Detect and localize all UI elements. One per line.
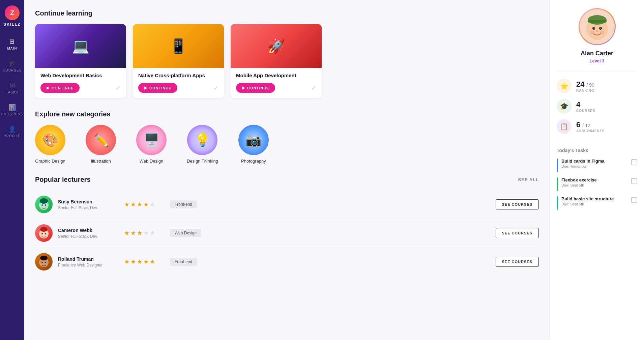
task-due-1: Due: Tomorrow xyxy=(561,164,628,168)
lecturer-name-3: Rolland Truman xyxy=(58,256,119,262)
category-item-web-design[interactable]: 🖥️ Web Design xyxy=(136,125,167,164)
svg-point-14 xyxy=(41,262,43,263)
progress-icon: 📊 xyxy=(8,104,16,111)
popular-lecturers-title: Popular lecturers xyxy=(35,176,91,183)
sidebar-label-courses: COURSES xyxy=(3,68,22,72)
star-2-1: ★ xyxy=(124,229,129,237)
sidebar-item-progress[interactable]: 📊PROGRESS xyxy=(0,100,24,119)
star-3-4: ★ xyxy=(143,258,149,265)
lecturer-title-2: Senior Full-Stack Dev. xyxy=(58,234,119,239)
category-label-photography: Photography xyxy=(241,159,266,164)
category-circle-illustration: ✏️ xyxy=(86,125,116,155)
svg-point-1 xyxy=(40,198,48,204)
app-name: SKILLZ xyxy=(4,22,21,26)
profile-level: Level 3 xyxy=(589,58,604,63)
task-checkbox-2[interactable] xyxy=(631,178,637,184)
course-card-title-3: Mobile App Development xyxy=(236,73,316,78)
stat-label-assignments: ASSIGNMENTS xyxy=(576,129,605,133)
see-courses-btn-3[interactable]: SEE COURSES xyxy=(496,257,539,267)
lecturer-row-2: Cameron Webb Senior Full-Stack Dev. ★★★★… xyxy=(35,219,539,248)
profile-icon: 👤 xyxy=(8,125,16,133)
task-content-1: Build cards in Figma Due: Tomorrow xyxy=(561,159,628,168)
sidebar-item-main[interactable]: ⊞MAIN xyxy=(0,34,24,54)
stat-label-ranking: RANKING xyxy=(576,89,594,92)
lecturer-info-1: Susy Berenson Senior Full-Stack Dev. xyxy=(58,199,119,210)
task-bar-1 xyxy=(557,159,558,172)
category-icons-container: 🎨 Graphic Design ✏️ Illustration 🖥️ Web … xyxy=(35,125,539,164)
sidebar-nav: ⊞MAIN🎓COURSES☑TASKS📊PROGRESS👤PROFILE xyxy=(0,34,24,141)
see-courses-btn-1[interactable]: SEE COURSES xyxy=(496,199,539,209)
see-all-lecturers[interactable]: SEE ALL xyxy=(518,177,539,182)
course-card-title-1: Web Development Basics xyxy=(40,73,121,78)
course-image-emoji-3: 🚀 xyxy=(267,38,285,54)
task-due-2: Due: Sept 5th xyxy=(561,183,628,187)
category-item-graphic-design[interactable]: 🎨 Graphic Design xyxy=(35,125,65,164)
continue-label-3: CONTINUE xyxy=(247,86,269,90)
category-emoji-graphic-design: 🎨 xyxy=(42,133,58,147)
category-label-graphic-design: Graphic Design xyxy=(35,159,65,164)
tag-badge-1: Front-end xyxy=(170,200,197,208)
profile-section: Alan Carter Level 3 xyxy=(557,8,637,72)
category-item-design-thinking[interactable]: 💡 Design Thinking xyxy=(187,125,218,164)
continue-btn-3[interactable]: ▶ CONTINUE xyxy=(236,83,275,93)
category-emoji-photography: 📷 xyxy=(245,133,261,147)
svg-point-8 xyxy=(41,233,43,234)
continue-label-2: CONTINUE xyxy=(149,86,171,90)
star-1-1: ★ xyxy=(124,201,129,208)
main-content: Continue learning 💻 Web Development Basi… xyxy=(24,0,550,340)
continue-btn-2[interactable]: ▶ CONTINUE xyxy=(138,83,177,93)
task-due-3: Due: Sept 5th xyxy=(561,202,628,206)
course-card-image-1: 💻 xyxy=(35,24,126,68)
stat-icon-assignments: 📋 xyxy=(557,119,572,134)
star-2-4: ★ xyxy=(143,229,149,237)
tag-badge-2: Web Design xyxy=(170,229,201,237)
course-card-1: 💻 Web Development Basics ▶ CONTINUE ✓ xyxy=(35,24,126,98)
course-image-emoji-1: 💻 xyxy=(72,38,89,54)
svg-point-25 xyxy=(596,30,598,32)
star-2-2: ★ xyxy=(130,229,136,237)
lecturer-stars-2: ★★★★★ xyxy=(124,229,165,237)
popular-lecturers-section: Popular lecturers SEE ALL Susy Berenson … xyxy=(35,176,539,276)
sidebar-item-tasks[interactable]: ☑TASKS xyxy=(0,78,24,97)
svg-point-2 xyxy=(41,204,43,206)
task-name-2: Flexbox exercise xyxy=(561,177,628,182)
course-card-body-2: Native Cross-platform Apps ▶ CONTINUE ✓ xyxy=(133,68,224,98)
course-card-body-3: Mobile App Development ▶ CONTINUE ✓ xyxy=(231,68,322,98)
tasks-icon: ☑ xyxy=(9,82,15,89)
sidebar-item-courses[interactable]: 🎓COURSES xyxy=(0,56,24,76)
category-item-illustration[interactable]: ✏️ Illustration xyxy=(86,125,116,164)
lecturer-avatar-3 xyxy=(35,253,53,271)
avatar-wrapper xyxy=(579,8,616,45)
task-checkbox-1[interactable] xyxy=(631,159,637,165)
star-2-3: ★ xyxy=(137,229,142,237)
lecturer-tag-2: Web Design xyxy=(170,229,210,237)
tasks-section: Today's tasks Build cards in Figma Due: … xyxy=(557,148,637,210)
app-logo: Z xyxy=(5,5,20,20)
category-label-illustration: Illustration xyxy=(91,159,111,164)
stat-row-assignments: 📋 6 / 12 ASSIGNMENTS xyxy=(557,119,637,134)
course-card-image-2: 📱 xyxy=(133,24,224,68)
star-1-2: ★ xyxy=(130,201,136,208)
play-icon-1: ▶ xyxy=(47,86,50,90)
sidebar-item-profile[interactable]: 👤PROFILE xyxy=(0,122,24,141)
task-item-3: Build basic site structure Due: Sept 5th xyxy=(557,196,637,210)
lecturer-tag-3: Front-end xyxy=(170,258,210,266)
svg-point-7 xyxy=(40,227,48,232)
task-checkbox-3[interactable] xyxy=(631,197,637,203)
continue-btn-1[interactable]: ▶ CONTINUE xyxy=(40,83,80,93)
star-1-5: ★ xyxy=(150,201,155,208)
svg-point-3 xyxy=(45,204,46,206)
category-item-photography[interactable]: 📷 Photography xyxy=(238,125,269,164)
course-card-footer-1: ▶ CONTINUE ✓ xyxy=(40,83,121,93)
check-icon-2: ✓ xyxy=(213,84,218,92)
stats-section: ⭐ 24 / 90 RANKING 🎓 4 COURSES 📋 6 / 12 A… xyxy=(557,79,637,141)
course-card-footer-2: ▶ CONTINUE ✓ xyxy=(138,83,218,93)
tag-badge-3: Front-end xyxy=(170,258,197,266)
task-name-1: Build cards in Figma xyxy=(561,159,628,164)
star-3-2: ★ xyxy=(130,258,136,265)
course-card-footer-3: ▶ CONTINUE ✓ xyxy=(236,83,316,93)
course-card-3: 🚀 Mobile App Development ▶ CONTINUE ✓ xyxy=(231,24,322,98)
lecturer-title-1: Senior Full-Stack Dev. xyxy=(58,205,119,210)
see-courses-btn-2[interactable]: SEE COURSES xyxy=(496,228,539,238)
category-label-web-design: Web Design xyxy=(140,159,164,164)
